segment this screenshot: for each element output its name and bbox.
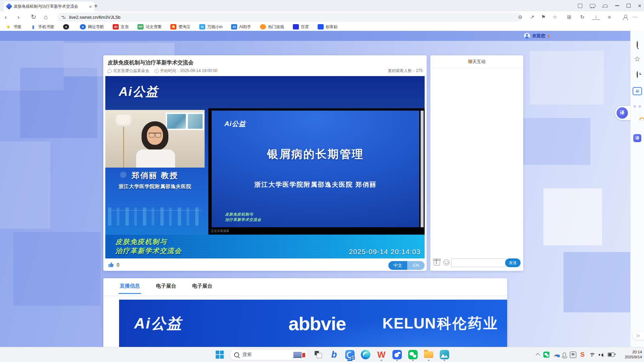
stream-meta: 北京吾爱公益基金会 开始时间：2025-09-14 19:00:00: [108, 68, 217, 74]
speaker-glasses: [149, 133, 161, 137]
bookmark-item[interactable]: AIAI助手: [231, 24, 251, 30]
input-method-icon[interactable]: 中: [570, 352, 576, 358]
like-button[interactable]: [108, 261, 114, 269]
folder-icon: [424, 351, 433, 358]
bookmark-item[interactable]: PP论文查重: [138, 24, 162, 30]
netdisk-app[interactable]: [391, 348, 403, 361]
chat-input[interactable]: [451, 258, 506, 267]
bookmark-item[interactable]: ▮手机书签: [30, 24, 54, 30]
share-icon[interactable]: ↗: [529, 13, 536, 21]
bookmark-item[interactable]: e网址导航: [80, 24, 104, 30]
ai-browser-app[interactable]: AI: [344, 348, 356, 361]
home-button[interactable]: ⌂: [44, 13, 48, 21]
event-watermark: 皮肤免疫机制与 治疗革新学术交流会: [115, 237, 182, 255]
wps-app[interactable]: W: [376, 348, 387, 361]
bookmark-item[interactable]: 淘爱淘宝: [170, 24, 191, 30]
page-top-bar: 欢迎您 1: [0, 31, 644, 41]
cloud-sync-icon[interactable]: ☁: [553, 352, 559, 357]
tab-favicon-icon: [6, 3, 12, 10]
background-tile: [543, 188, 602, 245]
tab-booth-1[interactable]: 电子展台: [156, 283, 176, 294]
background-tile: [13, 232, 101, 306]
taobao-icon: 淘: [170, 24, 176, 29]
video-player[interactable]: Ai公益 郑俏丽 教授 浙江大学医学院附属邵逸夫医院: [105, 76, 425, 258]
back-button[interactable]: ‹: [5, 13, 7, 21]
system-tray: ☁ 中 S: [536, 347, 614, 362]
minimize-button[interactable]: [615, 5, 619, 6]
new-tab-button[interactable]: +: [94, 2, 98, 10]
browser-toolbar: ‹ › ↻ ⌂ live2.swnet.cn/6m3VJL5b ⊖ ↗ ⚑ ☆ …: [0, 11, 644, 23]
search-icon[interactable]: [637, 42, 638, 48]
hidden-icons-chevron[interactable]: [536, 353, 540, 357]
bookmark-item[interactable]: ★书签: [5, 24, 21, 30]
page-content: 欢迎您 1 皮肤免疫机制与治疗革新学术交流会 北京吾爱公益基金会 开始时间：20…: [0, 31, 644, 347]
slide-scrollbar[interactable]: [421, 111, 424, 227]
reading-list-icon[interactable]: ≡: [606, 13, 613, 21]
kelun-logo-cn: 科伦药业: [437, 314, 499, 333]
bookmark-item[interactable]: e: [63, 24, 71, 29]
city-skyline-decor: [108, 207, 202, 226]
favorite-star-icon[interactable]: ☆: [551, 13, 558, 21]
jd-icon: JD: [113, 24, 119, 29]
favorites-star-icon[interactable]: ☆: [634, 56, 641, 62]
history-sync-icon[interactable]: ↻: [579, 13, 586, 21]
menu-icon[interactable]: ⋯: [631, 13, 639, 21]
address-bar[interactable]: live2.swnet.cn/6m3VJL5b: [57, 13, 522, 22]
sidebar-expander[interactable]: |>: [633, 331, 644, 340]
extensions-icon[interactable]: ⊞: [566, 13, 573, 21]
microphone-icon[interactable]: [563, 353, 566, 357]
maximize-button[interactable]: [627, 4, 631, 8]
language-en-button[interactable]: EN: [407, 261, 425, 270]
battery-icon[interactable]: [608, 353, 614, 357]
user-avatar-icon[interactable]: [524, 33, 530, 39]
taskbar-search[interactable]: 搜索: [230, 349, 308, 360]
translate-float-widget[interactable]: 译: [615, 106, 631, 120]
url-text[interactable]: live2.swnet.cn/6m3VJL5b: [69, 15, 120, 20]
welcome-text: 欢迎您: [532, 33, 545, 39]
ai-assistant-icon[interactable]: AI: [633, 87, 642, 95]
wechat-app[interactable]: [407, 348, 419, 361]
site-info-icon[interactable]: [61, 16, 66, 19]
start-button[interactable]: [214, 348, 225, 361]
edge-app[interactable]: [360, 348, 371, 361]
bookmark-item[interactable]: 热门游戏: [260, 24, 284, 30]
games-icon: [260, 24, 266, 29]
tab-booth-2[interactable]: 电子展台: [192, 283, 212, 294]
language-zh-button[interactable]: 中文: [388, 261, 407, 270]
tab-live-info[interactable]: 直播信息: [120, 283, 140, 294]
zoom-icon[interactable]: ⊖: [517, 13, 524, 21]
tab-close-icon[interactable]: ×: [89, 4, 92, 9]
close-window-button[interactable]: ×: [638, 3, 641, 9]
wechat-tray-icon[interactable]: [543, 352, 549, 358]
gift-icon[interactable]: [434, 260, 440, 265]
volume-icon[interactable]: [599, 353, 604, 357]
sponsor-banner[interactable]: Ai公益 abbvie KELUN 科伦药业: [119, 300, 507, 347]
sogou-icon[interactable]: S: [580, 351, 585, 358]
taskbar-clock[interactable]: 20:14 2025/9/14: [625, 347, 642, 362]
send-button[interactable]: 发送: [505, 258, 521, 267]
search-highlight-art[interactable]: [293, 352, 305, 357]
task-view-icon: [315, 351, 322, 358]
browser-tab[interactable]: 皮肤免疫机制与治疗革新学术交流会 ×: [3, 1, 95, 11]
translate-icon[interactable]: 译: [633, 134, 641, 142]
browser-skin-icon[interactable]: [603, 4, 608, 7]
browser-tool-icon[interactable]: [590, 4, 595, 7]
bookmark-item[interactable]: 创客贴: [318, 24, 338, 30]
wifi-icon[interactable]: [589, 353, 595, 357]
bookmark-item[interactable]: 百度: [293, 24, 309, 30]
history-clock-icon[interactable]: [637, 72, 638, 78]
translate-badge-icon[interactable]: 译: [616, 107, 628, 119]
bookmark-item[interactable]: in万能小in: [199, 24, 222, 30]
meeting-app[interactable]: [439, 348, 450, 361]
workspace-icon[interactable]: [578, 4, 582, 8]
emoji-icon[interactable]: [443, 259, 449, 265]
star-icon: ★: [5, 24, 11, 29]
flag-icon[interactable]: ⚑: [540, 13, 547, 21]
downloads-icon[interactable]: ↓: [592, 13, 600, 20]
forward-button[interactable]: ›: [17, 13, 19, 21]
task-view-button[interactable]: [313, 348, 324, 361]
bing-app[interactable]: b: [328, 348, 340, 361]
bookmark-item[interactable]: JD京东: [113, 24, 129, 30]
refresh-button[interactable]: ↻: [31, 13, 36, 21]
file-explorer-app[interactable]: [423, 348, 434, 361]
